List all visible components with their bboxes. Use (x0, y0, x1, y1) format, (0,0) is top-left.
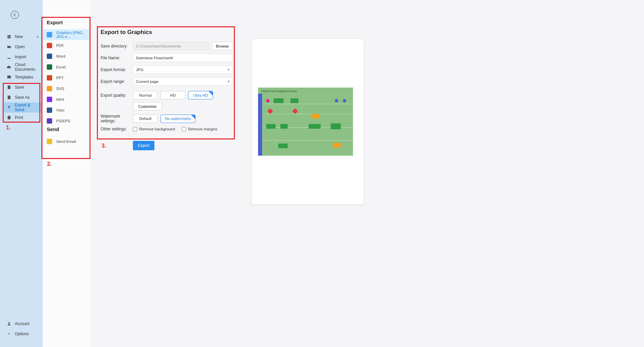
label-file-name: File Name: (101, 56, 133, 60)
file-name-input[interactable] (133, 54, 233, 62)
process-node (290, 98, 298, 103)
export-item-html[interactable]: Html (43, 94, 91, 105)
graphics-icon (47, 32, 52, 37)
remove-background-checkbox[interactable]: Remove background (133, 127, 175, 131)
process-node (278, 144, 288, 148)
label-watermark: Watermark settings: (101, 114, 133, 123)
label-other: Other settings: (101, 127, 133, 131)
swimlane-header-2 (258, 114, 262, 140)
select-value: Current page (136, 80, 158, 84)
email-icon (47, 139, 52, 144)
export-item-label: Html (56, 97, 64, 101)
export-item-pdf[interactable]: PDF (43, 40, 91, 51)
export-form: Export to Graphics Save directory: Brows… (101, 29, 233, 150)
sidebar-item-label: New (15, 34, 23, 39)
chevron-down-icon: ▼ (227, 80, 230, 83)
end-node (335, 99, 338, 102)
pseps-icon (47, 118, 52, 124)
start-node (266, 99, 270, 102)
swimlane-header-3 (258, 140, 262, 156)
export-header: Export (47, 20, 86, 25)
annotation-label-2: 2. (47, 161, 51, 167)
sidebar-item-print[interactable]: Print (4, 113, 42, 123)
process-node (331, 123, 341, 129)
export-item-pseps[interactable]: PS/EPS (43, 116, 91, 126)
sidebar-item-label: Cloud Documents (15, 62, 39, 72)
swimlane-diagram: Online Full Shopping Process (258, 88, 353, 156)
sidebar-item-cloud[interactable]: Cloud Documents (4, 62, 42, 72)
decision-node (292, 108, 298, 114)
export-range-select[interactable]: Current page▼ (133, 77, 233, 86)
ppt-icon (47, 75, 52, 81)
export-panel: Export Graphics (PNG, JPG e... PDF Word … (43, 0, 91, 347)
save-directory-input[interactable] (133, 42, 209, 50)
label-export-range: Export range: (101, 79, 133, 84)
remove-margins-checkbox[interactable]: Remove margins (182, 127, 217, 131)
sidebar-item-save[interactable]: Save (4, 82, 42, 92)
process-node (311, 114, 319, 119)
label-export-format: Export format: (101, 67, 133, 72)
send-item-email[interactable]: Send Email (43, 136, 91, 147)
label-save-directory: Save directory: (101, 44, 133, 49)
export-item-label: PPT (56, 76, 64, 80)
svg-rect-1 (7, 75, 11, 78)
customize-button[interactable]: Customize (133, 102, 162, 111)
sidebar-item-label: Account (15, 321, 29, 326)
sidebar-item-account[interactable]: Account (4, 319, 42, 329)
quality-normal-button[interactable]: Normal (133, 91, 158, 99)
process-node (280, 124, 288, 129)
send-item-label: Send Email (56, 139, 76, 144)
sidebar-item-label: Templates (15, 75, 33, 80)
sidebar-item-label: Import (15, 55, 26, 59)
chevron-down-icon: ▼ (227, 68, 230, 71)
sidebar-item-export-send[interactable]: Export & Send (4, 102, 42, 113)
sidebar-item-new[interactable]: New + (4, 32, 42, 42)
sidebar-item-saveas[interactable]: Save As (4, 92, 42, 102)
watermark-default-button[interactable]: Default (133, 115, 158, 123)
export-preview: Online Full Shopping Process (252, 39, 364, 204)
export-item-graphics[interactable]: Graphics (PNG, JPG e... (43, 29, 91, 40)
quality-hd-button[interactable]: HD (160, 91, 185, 99)
sidebar-item-open[interactable]: Open (4, 42, 42, 52)
svg-icon (47, 86, 52, 91)
process-node (266, 124, 276, 129)
export-item-ppt[interactable]: PPT (43, 72, 91, 83)
plus-icon[interactable]: + (36, 34, 39, 39)
lane-divider (262, 140, 353, 140)
end-node (343, 99, 346, 102)
export-format-select[interactable]: JPG▼ (133, 65, 233, 74)
export-button[interactable]: Export (133, 141, 154, 150)
export-item-label: PS/EPS (56, 119, 70, 123)
export-item-svg[interactable]: SVG (43, 83, 91, 94)
sidebar-top-group: New + Open Import Cloud Documents Templa… (4, 32, 42, 123)
watermark-none-button[interactable]: No watermarks (160, 115, 195, 123)
sidebar-item-import[interactable]: Import (4, 52, 42, 62)
back-button[interactable] (11, 11, 19, 19)
process-node (274, 98, 284, 103)
sidebar-item-label: Options (15, 332, 29, 336)
sidebar-item-templates[interactable]: Templates (4, 72, 42, 82)
annotation-label-1: 1. (6, 125, 10, 131)
decision-node (267, 108, 273, 114)
html-icon (47, 97, 52, 102)
excel-icon (47, 64, 52, 70)
select-value: JPG (136, 68, 143, 72)
sidebar-item-label: Save (15, 85, 24, 90)
sidebar-item-options[interactable]: Options (4, 329, 42, 339)
export-item-excel[interactable]: Excel (43, 62, 91, 72)
diagram-title: Online Full Shopping Process (261, 90, 297, 93)
main-stage: Export to Graphics Save directory: Brows… (91, 0, 644, 347)
process-node (309, 124, 321, 129)
export-item-label: Word (56, 54, 65, 58)
sidebar-item-label: Export & Send (15, 103, 39, 112)
export-item-word[interactable]: Word (43, 51, 91, 62)
swimlane-header-1 (258, 94, 262, 114)
browse-button[interactable]: Browse (212, 42, 233, 50)
svg-point-3 (8, 333, 10, 335)
sidebar-item-label: Save As (15, 95, 30, 100)
quality-ultrahd-button[interactable]: Ultra HD (188, 91, 213, 99)
export-item-label: PDF (56, 43, 64, 48)
visio-icon (47, 107, 52, 113)
pdf-icon (47, 43, 52, 48)
export-item-visio[interactable]: Visio (43, 105, 91, 116)
